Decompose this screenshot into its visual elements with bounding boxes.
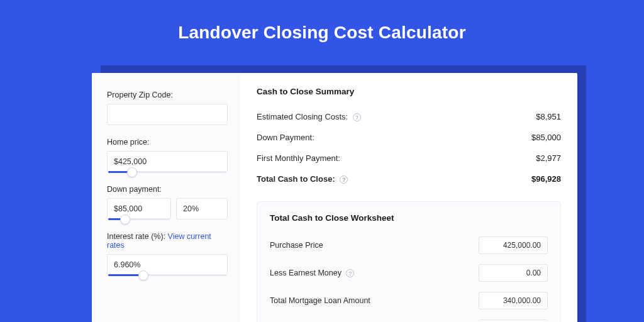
zip-input[interactable] <box>107 104 228 125</box>
cash-to-close-summary: Cash to Close Summary Estimated Closing … <box>257 87 561 190</box>
summary-row-label: First Monthly Payment: <box>257 153 340 163</box>
interest-rate-input[interactable] <box>107 254 228 275</box>
worksheet-row-mortgage-amount: Total Mortgage Loan Amount <box>270 287 548 314</box>
home-price-input[interactable] <box>107 151 228 172</box>
worksheet-row-label: Less Earnest Money ? <box>270 269 354 277</box>
summary-row-closing-costs: Estimated Closing Costs: ? $8,951 <box>257 106 561 127</box>
summary-row-first-monthly: First Monthly Payment: $2,977 <box>257 148 561 169</box>
down-payment-slider[interactable] <box>108 218 170 220</box>
summary-total-label: Total Cash to Close: ? <box>257 174 348 184</box>
down-payment-percent-input[interactable] <box>176 198 228 219</box>
summary-title: Cash to Close Summary <box>257 87 561 96</box>
summary-label-text: Estimated Closing Costs: <box>257 112 348 121</box>
summary-row-down-payment: Down Payment: $85,000 <box>257 127 561 148</box>
inputs-sidebar: Property Zip Code: Home price: Down paym… <box>92 73 240 322</box>
zip-field-group: Property Zip Code: <box>107 91 228 125</box>
worksheet-second-mortgage-input[interactable] <box>479 319 548 322</box>
worksheet-purchase-price-input[interactable] <box>479 236 548 254</box>
interest-rate-slider-wrap <box>107 254 228 275</box>
home-price-slider-thumb[interactable] <box>127 167 137 177</box>
worksheet-mortgage-amount-input[interactable] <box>479 292 548 309</box>
worksheet-row-purchase-price: Purchase Price <box>270 231 548 259</box>
interest-rate-slider[interactable] <box>108 274 226 276</box>
cash-to-close-worksheet: Total Cash to Close Worksheet Purchase P… <box>257 201 561 322</box>
down-payment-amount-input[interactable] <box>107 198 171 219</box>
interest-rate-label: Interest rate (%): View current rates <box>107 232 228 250</box>
home-price-slider-wrap <box>107 151 228 172</box>
zip-label: Property Zip Code: <box>107 91 228 99</box>
summary-row-value: $2,977 <box>536 153 561 163</box>
summary-row-label: Down Payment: <box>257 133 314 142</box>
interest-rate-label-text: Interest rate (%): <box>107 232 168 241</box>
worksheet-row-second-mortgage: Total Second Mortgage Amount ? <box>270 314 548 322</box>
home-price-label: Home price: <box>107 138 228 147</box>
summary-row-label: Estimated Closing Costs: ? <box>257 112 361 121</box>
worksheet-label-text: Less Earnest Money <box>270 269 341 277</box>
worksheet-title: Total Cash to Close Worksheet <box>270 213 548 223</box>
help-icon[interactable]: ? <box>353 113 361 121</box>
summary-total-label-text: Total Cash to Close: <box>257 174 335 184</box>
down-payment-field-group: Down payment: <box>107 185 228 219</box>
home-price-field-group: Home price: <box>107 138 228 172</box>
down-payment-row <box>107 198 228 219</box>
worksheet-earnest-money-input[interactable] <box>479 264 548 282</box>
help-icon[interactable]: ? <box>346 269 354 277</box>
calculator-panel: Property Zip Code: Home price: Down paym… <box>92 73 577 322</box>
summary-row-value: $85,000 <box>531 133 561 142</box>
results-content: Cash to Close Summary Estimated Closing … <box>240 73 577 322</box>
interest-rate-slider-thumb[interactable] <box>138 270 148 280</box>
down-payment-amount-wrap <box>107 198 171 219</box>
down-payment-label: Down payment: <box>107 185 228 194</box>
page-title: Landover Closing Cost Calculator <box>0 0 644 60</box>
down-payment-slider-thumb[interactable] <box>120 214 130 225</box>
summary-row-value: $8,951 <box>536 112 561 121</box>
worksheet-row-label: Purchase Price <box>270 241 323 250</box>
summary-total-value: $96,928 <box>531 174 561 184</box>
summary-row-total: Total Cash to Close: ? $96,928 <box>257 169 561 189</box>
home-price-slider[interactable] <box>108 171 226 173</box>
help-icon[interactable]: ? <box>340 175 348 184</box>
worksheet-row-earnest-money: Less Earnest Money ? <box>270 259 548 287</box>
worksheet-row-label: Total Mortgage Loan Amount <box>270 296 370 305</box>
interest-rate-field-group: Interest rate (%): View current rates <box>107 232 228 275</box>
